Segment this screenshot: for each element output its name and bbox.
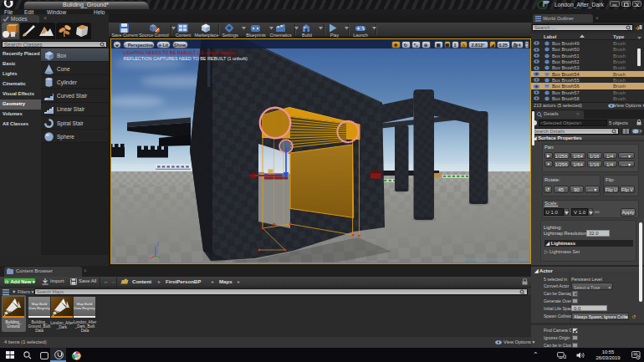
svg-text:Z: Z [156,242,159,247]
